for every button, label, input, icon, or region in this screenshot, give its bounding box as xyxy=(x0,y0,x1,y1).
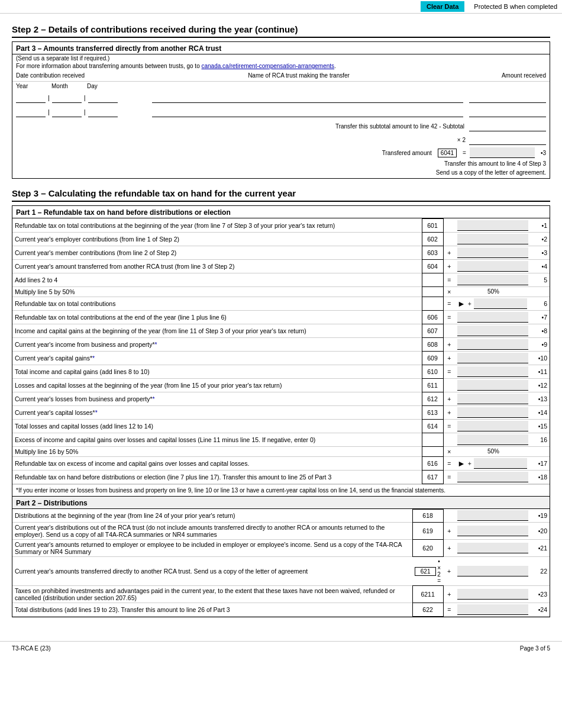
day-label: Day xyxy=(87,83,122,89)
date-input-group-2: | | xyxy=(16,107,146,117)
line604-input[interactable] xyxy=(457,261,528,272)
table-row: Excess of income and capital gains over … xyxy=(12,433,550,446)
line6-input[interactable] xyxy=(474,298,527,309)
table-row: Refundable tax on total contributions at… xyxy=(12,310,550,324)
table-row: Current year's amount transferred from a… xyxy=(12,259,550,273)
month-input-1[interactable] xyxy=(52,92,82,103)
subtotal-row: Transfer this subtotal amount to line 42… xyxy=(12,119,550,133)
table-row: Add lines 2 to 4 = 5 xyxy=(12,273,550,286)
contribution-row-2: | | xyxy=(12,105,550,119)
code-621: 621 xyxy=(415,567,436,576)
top-bar: Clear Data Protected B when completed xyxy=(0,0,562,14)
line10-input[interactable] xyxy=(457,353,528,363)
day-input-1[interactable] xyxy=(88,92,118,103)
clear-data-button[interactable]: Clear Data xyxy=(421,1,464,12)
step3-part1-header: Part 1 – Refundable tax on hand before d… xyxy=(12,206,550,218)
day-input-2[interactable] xyxy=(88,107,118,117)
line19-input[interactable] xyxy=(457,510,528,521)
subtotal-input[interactable] xyxy=(469,121,546,131)
table-row: Refundable tax on total contributions at… xyxy=(12,219,550,233)
step3-title: Step 3 – Calculating the refundable tax … xyxy=(12,188,550,202)
row-input xyxy=(455,219,532,233)
part3-header: Part 3 – Amounts transferred directly fr… xyxy=(12,42,550,54)
line15-input[interactable] xyxy=(457,421,528,431)
arrow-right-17: ► xyxy=(457,459,466,468)
rca-link[interactable]: canada.ca/retirement-compensation-arrang… xyxy=(202,63,335,69)
step3-part1-table: Refundable tax on total contributions at… xyxy=(12,218,550,484)
row-op xyxy=(443,219,455,233)
line14-input[interactable] xyxy=(457,407,528,418)
line11-input[interactable] xyxy=(457,366,528,377)
table-row: Distributions at the beginning of the ye… xyxy=(12,509,550,523)
line12-input[interactable] xyxy=(457,380,528,391)
main-content: Step 2 – Details of contributions receiv… xyxy=(0,14,562,636)
step2-title: Step 2 – Details of contributions receiv… xyxy=(12,24,550,38)
line602-input[interactable] xyxy=(457,234,528,244)
form-id: T3-RCA E (23) xyxy=(12,645,51,652)
step3-box: Part 1 – Refundable tax on hand before d… xyxy=(12,205,550,617)
subtotal-label: Transfer this subtotal amount to line 42… xyxy=(335,123,464,130)
bullet-3: •3 xyxy=(541,150,546,156)
line16-input[interactable] xyxy=(457,434,528,445)
line5-input[interactable] xyxy=(457,275,528,285)
line17-input[interactable] xyxy=(474,458,527,469)
table-row: Taxes on prohibited investments and adva… xyxy=(12,586,550,603)
year-input-1[interactable] xyxy=(16,92,46,103)
table-row: Current year's losses from business and … xyxy=(12,392,550,405)
send-copy-label: Send us a copy of the letter of agreemen… xyxy=(12,168,550,178)
multiply-result-input[interactable] xyxy=(469,134,546,145)
table-row: Current year's distributions out of the … xyxy=(12,523,550,540)
year-label: Year xyxy=(16,83,51,89)
name-input-2[interactable] xyxy=(152,107,463,117)
line9-input[interactable] xyxy=(457,339,528,350)
date-input-group-1: | | xyxy=(16,92,146,103)
transferred-label: Transfered amount xyxy=(382,150,432,156)
line24-input[interactable] xyxy=(457,604,528,615)
line22-input[interactable] xyxy=(457,566,528,576)
line601-input[interactable] xyxy=(457,220,528,231)
name-input-1[interactable] xyxy=(152,92,463,103)
month-input-2[interactable] xyxy=(52,107,82,117)
line21-input[interactable] xyxy=(457,543,528,553)
table-row: Current year's amounts transferred direc… xyxy=(12,557,550,586)
table-row: Multiply line 16 by 50% × 50% xyxy=(12,446,550,456)
col-amount-header: Amount received xyxy=(451,72,546,79)
line7-input[interactable] xyxy=(457,312,528,323)
contribution-header: Date contribution received Name of RCA t… xyxy=(12,70,550,82)
code-6041: 6041 xyxy=(438,150,457,156)
table-row: Current year's income from business and … xyxy=(12,337,550,351)
table-row: Refundable tax on total contributions = … xyxy=(12,297,550,310)
row-desc: Refundable tax on total contributions at… xyxy=(12,219,422,233)
amount-input-2[interactable] xyxy=(469,107,546,117)
part1-footnote: *If you enter income or losses from busi… xyxy=(12,484,550,496)
amount-input-1[interactable] xyxy=(469,92,546,103)
table-row: Income and capital gains at the beginnin… xyxy=(12,324,550,337)
table-row: Total losses and capital losses (add lin… xyxy=(12,419,550,433)
line603-input[interactable] xyxy=(457,247,528,258)
row-code: 601 xyxy=(422,219,443,233)
line18-input[interactable] xyxy=(457,472,528,482)
table-row: Refundable tax on excess of income and c… xyxy=(12,456,550,470)
table-row: Refundable tax on hand before distributi… xyxy=(12,470,550,484)
line23-input[interactable] xyxy=(457,589,528,600)
line8-input[interactable] xyxy=(457,326,528,336)
table-row: Current year's capital losses** 613 + •1… xyxy=(12,405,550,419)
table-row: Current year's amounts returned to emplo… xyxy=(12,540,550,557)
protected-label: Protected B when completed xyxy=(474,3,557,10)
transferred-amount-input[interactable] xyxy=(470,147,535,158)
contribution-row-1: | | xyxy=(12,91,550,105)
multiply-label: × 2 xyxy=(457,137,466,143)
row-code: 621 • × 2 = xyxy=(412,557,443,586)
line20-input[interactable] xyxy=(457,526,528,536)
step2-part3-box: Part 3 – Amounts transferred directly fr… xyxy=(12,41,550,179)
table-row: Current year's employer contributions (f… xyxy=(12,232,550,246)
line13-input[interactable] xyxy=(457,394,528,404)
bottom-bar: T3-RCA E (23) Page 3 of 5 xyxy=(0,641,562,655)
part3-line1: (Send us a separate list if required.) xyxy=(12,54,550,62)
step3-part2-table: Distributions at the beginning of the ye… xyxy=(12,509,550,617)
transferred-row: Transfered amount 6041 = •3 xyxy=(12,146,550,159)
part3-line2: For more information about transferring … xyxy=(12,62,550,70)
col-name-header: Name of RCA trust making the transfer xyxy=(146,72,451,79)
year-input-2[interactable] xyxy=(16,107,46,117)
col-date-header: Date contribution received xyxy=(16,72,146,79)
